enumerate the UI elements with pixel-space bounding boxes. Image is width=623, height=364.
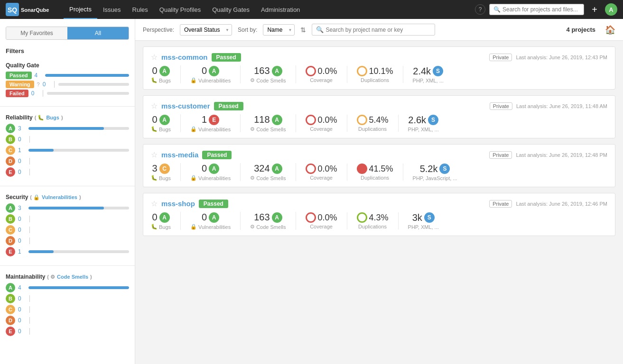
lines-count: 2.6k xyxy=(408,115,426,126)
add-button[interactable]: + xyxy=(588,3,601,16)
maintainability-c[interactable]: C 0 xyxy=(6,305,129,314)
duplications-label: Duplications xyxy=(361,77,389,83)
duplication-circle xyxy=(357,212,367,223)
security-e[interactable]: E 1 xyxy=(6,247,129,256)
star-icon[interactable]: ☆ xyxy=(151,101,158,110)
perspective-select[interactable]: Overall Status xyxy=(180,24,232,36)
reliability-title: Reliability ( 🐛 Bugs ) xyxy=(6,114,129,121)
reliability-c[interactable]: C 1 xyxy=(6,146,129,155)
lock-icon: 🔒 xyxy=(190,126,197,132)
tab-favorites[interactable]: My Favorites xyxy=(6,27,67,39)
coverage-pct: 0.0% xyxy=(318,66,337,76)
maintainability-a[interactable]: A 4 xyxy=(6,283,129,292)
reliability-d[interactable]: D 0 xyxy=(6,156,129,166)
reliability-e-count: 0 xyxy=(18,169,26,175)
security-a[interactable]: A 3 xyxy=(6,203,129,213)
nav-issues[interactable]: Issues xyxy=(97,0,127,19)
maintainability-b[interactable]: B 0 xyxy=(6,294,129,303)
vulns-count: 0 xyxy=(202,65,207,76)
sort-direction-icon[interactable]: ⇅ xyxy=(300,26,306,34)
smells-metric: 163 A ⚙ Code Smells xyxy=(241,65,296,83)
duplications-pct: 10.1% xyxy=(369,66,393,76)
help-button[interactable]: ? xyxy=(475,4,485,15)
private-badge[interactable]: Private xyxy=(489,200,512,208)
duplications-label: Duplications xyxy=(358,224,387,229)
bugs-grade: A xyxy=(159,212,170,223)
status-badge: Passed xyxy=(202,151,232,159)
lines-metric: 2.6k S PHP, XML, ... xyxy=(399,115,448,132)
vulns-grade: A xyxy=(209,66,219,76)
reliability-a[interactable]: A 3 xyxy=(6,124,129,133)
private-badge[interactable]: Private xyxy=(489,151,512,159)
bugs-label: 🐛 Bugs xyxy=(151,224,171,230)
global-search[interactable]: 🔍 xyxy=(489,4,584,15)
smells-count: 163 xyxy=(254,65,270,76)
maintainability-e[interactable]: E 0 xyxy=(6,327,129,336)
nav-administration[interactable]: Administration xyxy=(255,0,306,19)
project-name[interactable]: mss-shop xyxy=(161,200,195,208)
nav-quality-gates[interactable]: Quality Gates xyxy=(206,0,255,19)
security-c[interactable]: C 0 xyxy=(6,225,129,235)
sort-label: Sort by: xyxy=(238,27,257,33)
user-avatar[interactable]: A xyxy=(605,3,617,16)
bugs-label: 🐛 Bugs xyxy=(151,77,171,83)
private-badge[interactable]: Private xyxy=(490,102,512,110)
last-analysis: Last analysis: June 26, 2019, 12:43 PM xyxy=(516,55,607,60)
smells-value-row: 118 A xyxy=(254,114,282,125)
lines-count: 5.2k xyxy=(420,164,438,174)
security-d[interactable]: D 0 xyxy=(6,236,129,246)
failed-badge[interactable]: Failed xyxy=(6,90,28,97)
smells-count: 163 xyxy=(254,212,270,223)
warning-badge[interactable]: Warning xyxy=(6,81,34,88)
failed-count: 0 xyxy=(31,90,39,97)
project-card: ☆ mss-common Passed Private Last analysi… xyxy=(143,46,615,90)
failed-bar xyxy=(47,92,129,95)
coverage-metric: 0.0% Coverage xyxy=(296,212,347,229)
project-name[interactable]: mss-media xyxy=(161,151,198,159)
project-title-row: ☆ mss-common Passed xyxy=(151,53,241,62)
projects-count: 4 projects xyxy=(567,26,595,33)
warning-bar xyxy=(58,83,129,86)
vulns-label: 🔒 Vulnerabilities xyxy=(190,126,231,132)
logo[interactable]: SQ SonarQube xyxy=(6,3,58,16)
smells-label: ⚙ Code Smells xyxy=(250,175,286,181)
filter-row-failed[interactable]: Failed 0 xyxy=(6,90,129,97)
search-input[interactable] xyxy=(502,6,578,13)
maintainability-d[interactable]: D 0 xyxy=(6,316,129,325)
tab-all[interactable]: All xyxy=(67,27,129,39)
nav-rules[interactable]: Rules xyxy=(127,0,154,19)
filter-row-warning[interactable]: Warning ? 0 xyxy=(6,81,129,88)
smells-count: 324 xyxy=(254,163,270,174)
home-icon[interactable]: 🏠 xyxy=(605,25,615,35)
project-name[interactable]: mss-common xyxy=(161,53,208,61)
grade-e-circle: E xyxy=(6,167,15,177)
warning-help-icon[interactable]: ? xyxy=(37,82,40,87)
private-badge[interactable]: Private xyxy=(489,54,512,61)
last-analysis: Last analysis: June 26, 2019, 12:48 PM xyxy=(516,152,607,158)
project-search-input[interactable] xyxy=(325,27,431,33)
star-icon[interactable]: ☆ xyxy=(151,150,158,159)
nav-projects[interactable]: Projects xyxy=(64,0,97,19)
coverage-value-row: 0.0% xyxy=(306,164,337,174)
passed-badge[interactable]: Passed xyxy=(6,72,32,79)
sort-select[interactable]: Name xyxy=(263,24,295,36)
reliability-b[interactable]: B 0 xyxy=(6,135,129,144)
vulns-label: 🔒 Vulnerabilities xyxy=(190,224,231,230)
project-name[interactable]: mss-customer xyxy=(161,102,210,110)
project-meta: Private Last analysis: June 26, 2019, 12… xyxy=(489,54,607,61)
security-b[interactable]: B 0 xyxy=(6,214,129,224)
star-icon[interactable]: ☆ xyxy=(151,199,158,208)
reliability-e[interactable]: E 0 xyxy=(6,167,129,177)
langs-label: PHP, XML, ... xyxy=(413,78,444,83)
star-icon[interactable]: ☆ xyxy=(151,53,158,62)
duplications-label: Duplications xyxy=(358,126,387,132)
layout: My Favorites All Filters Quality Gate Pa… xyxy=(0,19,623,364)
project-search[interactable]: 🔍 xyxy=(312,24,435,36)
bugs-metric: 0 A 🐛 Bugs xyxy=(151,212,181,230)
sort-select-wrapper: Name xyxy=(263,24,295,36)
filter-row-passed[interactable]: Passed 4 xyxy=(6,72,129,79)
passed-count: 4 xyxy=(35,72,42,79)
nav-quality-profiles[interactable]: Quality Profiles xyxy=(154,0,206,19)
lines-avatar: S xyxy=(424,212,435,223)
bugs-grade: A xyxy=(159,66,170,76)
